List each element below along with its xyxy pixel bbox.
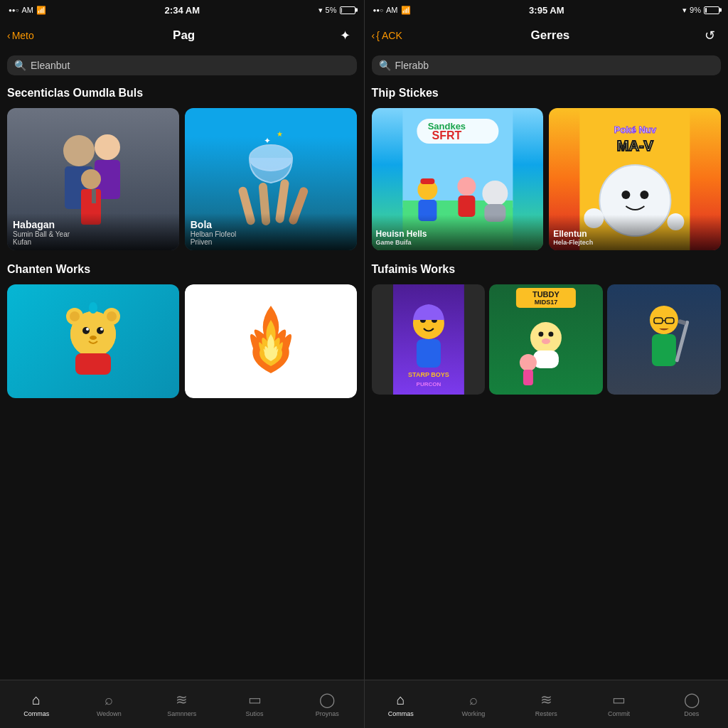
right-tab-home-icon: ⌂ [397,692,405,708]
left-charging-icon: ▾ [318,6,323,15]
right-tab-resters[interactable]: ≋ Resters [510,680,582,728]
svg-text:MIDS17: MIDS17 [535,299,558,306]
right-game-card1-name: Heuisn Hells [376,229,540,239]
left-time: 2:34 AM [165,5,200,16]
left-cards-row: Habagan Sumin Ball & Year Kufan [0,108,364,256]
left-tab-samnners[interactable]: ≋ Samnners [146,680,218,728]
right-tab-resters-label: Resters [535,710,557,717]
right-bottom-cards: STARP BOYS PURCON [365,284,729,400]
left-tab-commas[interactable]: ⌂ Commas [0,680,73,728]
left-card2-sub2: Priiven [191,238,351,246]
left-card2[interactable]: ✦ ★ Bola Helban Flofeol Priiven [185,108,357,250]
right-bottom-card3[interactable] [607,284,721,395]
left-card2-overlay: Bola Helban Flofeol Priiven [185,213,357,250]
svg-text:PURCON: PURCON [416,381,441,387]
svg-rect-53 [416,339,440,368]
left-card1-sub1: Sumin Ball & Year [13,230,173,238]
svg-point-20 [82,327,90,334]
right-carrier: AM [386,6,398,14]
svg-rect-66 [523,370,533,385]
left-bottom-card2[interactable] [185,284,357,398]
svg-rect-33 [420,178,434,184]
right-search-bar[interactable]: 🔍 Flerabb [372,55,722,75]
left-card1-overlay: Habagan Sumin Ball & Year Kufan [7,213,179,250]
left-signal-dots: ●●○ [9,7,19,14]
left-tab-proynas-label: Proynas [316,710,339,717]
right-battery-pct: 9% [690,6,701,14]
left-section1: Secenticlas Oumdla Buls [0,80,364,108]
svg-text:Poké Nuv: Poké Nuv [614,124,657,135]
left-tab-sutios-label: Sutios [246,710,264,717]
right-tab-person-icon: ◯ [684,691,700,708]
left-card1[interactable]: Habagan Sumin Ball & Year Kufan [7,108,179,250]
left-tab-search-icon: ⌕ [105,692,113,708]
left-carrier: AM [22,6,34,14]
right-bottom-card1[interactable]: STARP BOYS PURCON [372,284,486,395]
left-bottom-card1-art [58,295,129,387]
left-card2-sub1: Helban Flofeol [191,230,351,238]
right-search-input[interactable]: Flerabb [395,60,429,71]
right-top-nav: ‹ { ACK Gerres ↺ [365,20,729,51]
right-game-card2-sub: Hela-Flejtech [553,239,717,246]
right-content-area: Thip Stickes Sandkes SFRT [365,80,729,728]
left-tab-bar: ⌂ Commas ⌕ Wedown ≋ Samnners ▭ Sutios ◯ … [0,680,364,728]
right-tab-bookmark-icon: ▭ [612,691,626,708]
left-tab-wedown[interactable]: ⌕ Wedown [73,680,145,728]
left-status-left: ●●○ AM 📶 [9,6,46,15]
right-game-card2[interactable]: Poké Nuv MA-V Ellen [549,108,721,250]
left-tab-commas-label: Commas [23,710,49,717]
right-back-button[interactable]: ‹ { ACK [372,30,402,41]
left-search-input[interactable]: Eleanbut [31,60,70,71]
left-battery-pct: 5% [326,6,337,14]
right-nav-icon[interactable]: ↺ [698,28,721,43]
right-tab-commas[interactable]: ⌂ Commas [365,680,437,728]
right-charging-icon: ▾ [682,6,687,15]
left-nav-icon[interactable]: ✦ [334,28,357,43]
svg-point-44 [622,191,631,199]
right-tab-commit[interactable]: ▭ Commit [582,680,655,728]
right-tab-commas-label: Commas [388,710,414,717]
right-tab-does[interactable]: ◯ Does [655,680,728,728]
svg-point-22 [86,328,89,331]
svg-point-60 [530,322,562,353]
left-tab-home-icon: ⌂ [32,692,41,708]
right-game-card2-name: Ellentun [553,229,717,239]
left-back-label: Meto [12,30,34,41]
right-game-card1[interactable]: Sandkes SFRT [372,108,544,250]
svg-point-61 [539,332,544,337]
svg-point-18 [70,311,80,321]
right-status-right: ▾ 9% [682,6,719,15]
right-battery-icon [704,6,719,14]
right-section2: Tufaimis Works [365,256,729,284]
svg-text:TUBDY: TUBDY [532,290,560,299]
svg-text:★: ★ [277,130,283,138]
svg-point-26 [89,302,97,314]
svg-point-37 [482,181,508,206]
right-tab-layers-icon: ≋ [540,691,552,708]
right-back-label: { ACK [376,30,402,41]
svg-point-0 [63,135,95,166]
left-tab-proynas[interactable]: ◯ Proynas [291,680,363,728]
right-bottom-card2[interactable]: TUBDY MIDS17 [489,284,603,395]
right-bottom-card3-art [607,284,721,395]
left-search-bar[interactable]: 🔍 Eleanbut [7,55,357,75]
right-tab-working[interactable]: ⌕ Working [437,680,510,728]
svg-point-63 [542,338,550,344]
right-back-chevron: ‹ [372,30,375,41]
svg-text:STARP BOYS: STARP BOYS [408,371,449,378]
right-bottom-card2-art: TUBDY MIDS17 [489,284,603,395]
left-back-button[interactable]: ‹ Meto [7,30,34,41]
left-card1-sub2: Kufan [13,238,173,246]
left-tab-sutios[interactable]: ▭ Sutios [218,680,291,728]
left-card1-title: Habagan [13,219,173,230]
right-wifi-icon: 📶 [401,6,411,15]
left-top-nav: ‹ Meto Pag ✦ [0,20,364,51]
svg-rect-64 [533,350,559,368]
right-tab-working-label: Working [462,710,486,717]
svg-point-65 [520,354,537,371]
right-time: 3:95 AM [529,5,564,16]
svg-text:✦: ✦ [264,136,271,146]
left-card2-title: Bola [191,219,351,230]
left-bottom-card1[interactable] [7,284,179,398]
svg-point-35 [457,177,476,196]
